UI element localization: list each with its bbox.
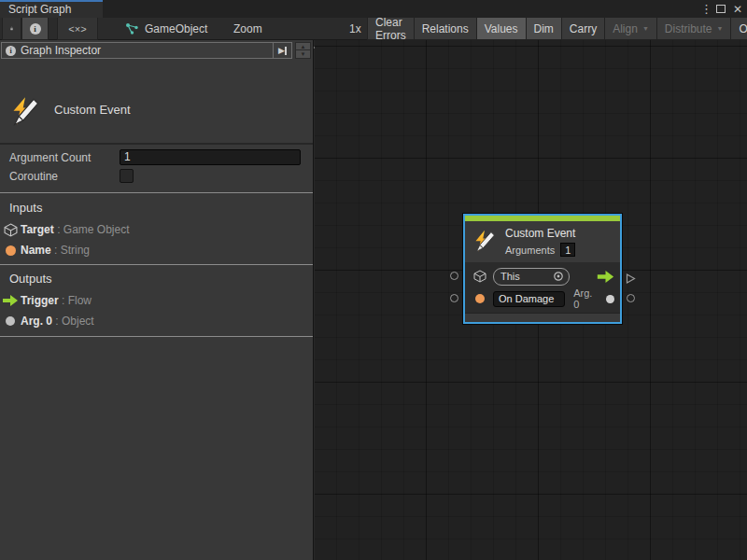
- flow-arrow-icon: [597, 271, 614, 283]
- info-icon: i: [30, 23, 41, 35]
- arg0-label: Arg. 0: [573, 287, 599, 310]
- custom-event-node[interactable]: Custom Event Arguments 1: [463, 214, 622, 324]
- target-value-dropdown[interactable]: This: [493, 268, 570, 286]
- menu-kebab-icon[interactable]: ⋮: [700, 2, 710, 16]
- port-name: Arg. 0: [21, 315, 52, 328]
- port-type: : String: [51, 244, 90, 257]
- close-icon[interactable]: ✕: [732, 3, 743, 16]
- code-preview-button[interactable]: <×>: [57, 18, 98, 40]
- input-row-name: Name : String: [0, 242, 314, 259]
- graph-inspector-header[interactable]: i Graph Inspector ▶: [1, 42, 292, 59]
- lock-icon: [10, 22, 13, 35]
- custom-event-icon: [472, 230, 497, 254]
- outputs-section-title: Outputs: [9, 272, 52, 286]
- relations-button[interactable]: Relations: [415, 18, 477, 40]
- distribute-dropdown[interactable]: Distribute ▼: [657, 18, 732, 40]
- section-separator: [0, 264, 313, 265]
- string-port-dot: [471, 294, 489, 303]
- input-port-target[interactable]: [450, 272, 458, 280]
- toolbar-button-group: Clear Errors Relations Values Dim Carry …: [367, 18, 747, 40]
- scroll-up-button[interactable]: ▲: [295, 42, 311, 50]
- coroutine-label: Coroutine: [9, 170, 58, 183]
- lock-button[interactable]: [2, 18, 21, 40]
- argument-count-label: Argument Count: [9, 151, 91, 164]
- node-row-name: On Damage Arg. 0: [465, 287, 620, 310]
- clear-errors-button[interactable]: Clear Errors: [367, 18, 415, 40]
- arg0-inner-dot: [606, 295, 614, 303]
- coroutine-checkbox[interactable]: [120, 169, 134, 183]
- graph-icon: [125, 22, 139, 35]
- port-name: Trigger: [21, 294, 59, 307]
- dim-button[interactable]: Dim: [527, 18, 562, 40]
- dock-icon: ▶: [278, 46, 284, 55]
- string-port-dot: [0, 245, 21, 256]
- event-name-field[interactable]: On Damage: [493, 291, 565, 307]
- tab-script-graph[interactable]: Script Graph: [0, 0, 103, 18]
- cube-icon: [471, 270, 489, 283]
- flow-arrow-icon: [0, 295, 21, 306]
- node-header[interactable]: Custom Event Arguments 1: [465, 221, 620, 262]
- code-icon: <×>: [68, 23, 86, 35]
- graph-canvas[interactable]: Custom Event Arguments 1: [315, 40, 747, 560]
- arguments-value-field[interactable]: 1: [560, 243, 575, 257]
- gameobject-context[interactable]: GameObject: [125, 18, 207, 40]
- port-type: : Object: [52, 315, 94, 328]
- align-dropdown[interactable]: Align ▼: [605, 18, 657, 40]
- node-port-rows: This On Damage Arg. 0: [465, 262, 620, 313]
- gameobject-label: GameObject: [145, 22, 207, 35]
- graph-inspector-title: Graph Inspector: [21, 44, 273, 57]
- argument-count-field[interactable]: 1: [120, 149, 301, 165]
- cube-icon: [0, 223, 21, 237]
- port-type: : Flow: [59, 294, 92, 307]
- port-type: : Game Object: [54, 223, 130, 236]
- unity-script-graph-window: Script Graph ⋮ ✕ i <×>: [0, 0, 747, 560]
- output-row-arg0: Arg. 0 : Object: [0, 313, 314, 329]
- info-button[interactable]: i: [21, 18, 49, 40]
- graph-inspector-panel: i Graph Inspector ▶ ▲ ▼ Custom Event: [0, 40, 314, 560]
- chevron-down-icon: ▼: [642, 25, 649, 32]
- maximize-icon[interactable]: [716, 5, 726, 13]
- zoom-value: 1x: [349, 18, 361, 40]
- input-row-target: Target : Game Object: [0, 221, 314, 238]
- target-value: This: [500, 271, 553, 282]
- carry-button[interactable]: Carry: [562, 18, 605, 40]
- output-port-trigger[interactable]: [626, 271, 636, 287]
- custom-event-icon: [9, 96, 41, 132]
- chevron-down-icon: ▼: [717, 25, 724, 32]
- object-picker-icon[interactable]: [553, 271, 564, 282]
- node-row-target: This: [465, 265, 620, 287]
- panel-scroll-spinner: ▲ ▼: [295, 42, 311, 59]
- info-icon: i: [6, 46, 16, 56]
- section-divider: [0, 143, 313, 145]
- node-title: Custom Event: [505, 227, 575, 241]
- arguments-label: Arguments: [505, 245, 555, 256]
- inspector-node-title: Custom Event: [54, 103, 131, 117]
- toolbar: i <×> GameObject Zoom 1x Clear Errors Re…: [0, 18, 747, 40]
- tab-strip: Script Graph ⋮ ✕: [0, 0, 747, 18]
- dock-button[interactable]: ▶: [273, 43, 291, 58]
- scroll-down-button[interactable]: ▼: [295, 50, 311, 59]
- values-button[interactable]: Values: [477, 18, 527, 40]
- object-port-dot: [0, 316, 21, 326]
- inputs-section-title: Inputs: [9, 201, 42, 215]
- port-name: Name: [21, 244, 51, 257]
- overview-button[interactable]: Overv: [731, 18, 747, 40]
- node-footer: [465, 313, 620, 322]
- align-label: Align: [613, 22, 638, 35]
- output-row-trigger: Trigger : Flow: [0, 292, 314, 309]
- output-port-arg0[interactable]: [627, 294, 635, 302]
- zoom-label: Zoom: [233, 18, 262, 40]
- window-controls: ⋮ ✕: [700, 0, 743, 18]
- distribute-label: Distribute: [665, 22, 712, 35]
- section-separator: [0, 192, 313, 193]
- input-port-name[interactable]: [450, 294, 458, 302]
- port-name: Target: [21, 223, 54, 236]
- section-separator: [0, 336, 313, 337]
